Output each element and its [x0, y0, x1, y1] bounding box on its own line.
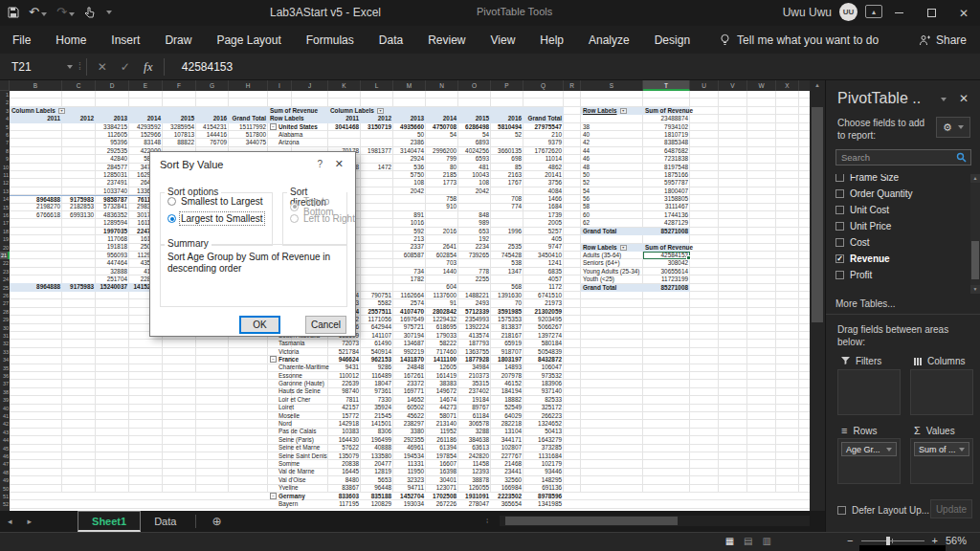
cell[interactable] [361, 171, 393, 179]
cell[interactable] [491, 139, 523, 146]
field-checkbox-row[interactable]: Order Quantity [835, 186, 971, 202]
cell[interactable]: 14893 [491, 364, 523, 371]
row-header-3[interactable]: 3 [0, 107, 10, 115]
vertical-scrollbar-thumb[interactable] [812, 107, 823, 322]
cell[interactable]: 126055 [458, 484, 491, 492]
row-header-2[interactable]: 2 [0, 99, 10, 106]
cell[interactable] [393, 195, 426, 203]
cell[interactable]: 56 [581, 195, 643, 203]
cell[interactable]: 20838 [328, 460, 361, 468]
redo-dropdown-icon[interactable] [69, 12, 75, 16]
row-header-27[interactable]: 27 [0, 299, 10, 307]
cell[interactable]: 32888 [96, 268, 129, 276]
cell[interactable]: 1363755 [458, 348, 491, 356]
cell[interactable]: 80 [426, 164, 458, 171]
cell[interactable]: 540914 [361, 348, 393, 356]
cell[interactable]: 82533 [523, 396, 564, 404]
cell[interactable] [458, 107, 491, 115]
cell[interactable]: 85271008 [643, 228, 690, 235]
cell[interactable]: 717460 [426, 348, 458, 356]
cell[interactable]: Sum of Revenue [643, 244, 690, 252]
cell[interactable]: 8197548 [643, 164, 690, 171]
ribbon-tab[interactable]: Data [367, 26, 415, 54]
cell[interactable]: 946624 [328, 356, 361, 364]
cell[interactable]: Column Labels [328, 107, 361, 115]
ribbon-tab[interactable]: Design [642, 26, 702, 54]
cell[interactable] [361, 283, 393, 291]
cell[interactable]: 1171056 [361, 316, 393, 323]
cell[interactable]: 10043 [458, 171, 491, 179]
cell[interactable] [491, 235, 523, 243]
cell[interactable]: United States [268, 123, 328, 131]
cell[interactable]: 184194 [491, 387, 523, 395]
cell[interactable]: 1241 [523, 259, 564, 267]
cell[interactable]: 9286 [361, 364, 393, 371]
cell[interactable]: 72073 [328, 340, 361, 347]
cell[interactable]: 149672 [426, 387, 458, 395]
cell[interactable]: 2924 [393, 155, 426, 163]
cell[interactable]: 21302059 [523, 308, 564, 316]
cell[interactable]: 14674 [426, 396, 458, 404]
cell[interactable] [491, 276, 523, 283]
cell[interactable]: 23372 [393, 380, 426, 387]
cell[interactable] [426, 187, 458, 195]
rows-drop-area[interactable]: Age Gr... [837, 438, 901, 484]
tell-me-box[interactable]: Tell me what you want to do [720, 33, 879, 47]
field-checkbox[interactable] [835, 271, 844, 279]
cell[interactable]: 5653 [361, 476, 393, 484]
row-header-25[interactable]: 25 [0, 284, 10, 292]
cell[interactable]: 7934102 [643, 123, 690, 131]
cell[interactable]: 1392224 [458, 323, 491, 331]
cell[interactable]: 9431 [328, 364, 361, 371]
cell[interactable]: 120829 [361, 500, 393, 508]
cell[interactable]: 3660135 [491, 147, 523, 155]
cell[interactable]: Victoria [268, 348, 328, 356]
ribbon-tab[interactable]: Page Layout [204, 26, 293, 54]
cell[interactable]: 50 [393, 131, 426, 139]
cell[interactable] [523, 107, 564, 115]
redo-button[interactable]: ↷ [56, 4, 75, 21]
cell[interactable]: 521784 [328, 348, 361, 356]
cell[interactable]: 1324652 [523, 420, 564, 428]
cell[interactable]: 94711 [393, 484, 426, 492]
save-icon[interactable] [8, 7, 19, 18]
cell[interactable]: 70 [491, 299, 523, 307]
cell[interactable]: 46 [581, 155, 643, 163]
cell[interactable]: 194534 [393, 452, 426, 460]
cell[interactable]: 102807 [491, 444, 523, 452]
cell[interactable]: 4024256 [458, 147, 491, 155]
cell[interactable]: 117195 [328, 500, 361, 508]
cell[interactable]: 745428 [491, 252, 523, 259]
cell[interactable]: 5257 [523, 228, 564, 235]
cell[interactable]: 405 [523, 235, 564, 243]
cell[interactable]: 992219 [393, 348, 426, 356]
row-header-45[interactable]: 45 [0, 445, 10, 452]
cell[interactable]: 1397274 [523, 332, 564, 340]
cell[interactable]: 16398 [426, 468, 458, 475]
cell[interactable]: 1810719 [643, 131, 690, 139]
cell[interactable]: 20477 [361, 460, 393, 468]
cell[interactable] [361, 219, 393, 227]
row-header-40[interactable]: 40 [0, 405, 10, 412]
confirm-entry-icon[interactable]: ✓ [114, 60, 137, 74]
column-header-C[interactable]: C [62, 80, 96, 91]
cell[interactable]: 261186 [426, 436, 458, 444]
cell[interactable]: 164430 [328, 436, 361, 444]
cell[interactable]: 592 [393, 228, 426, 235]
column-header-M[interactable]: M [393, 80, 426, 91]
cell[interactable]: Moselle [268, 412, 328, 420]
cell[interactable]: 108 [458, 179, 491, 187]
cell[interactable]: 18882 [491, 396, 523, 404]
cell[interactable] [10, 235, 62, 243]
row-header-51[interactable]: 51 [0, 493, 10, 500]
formula-bar-value[interactable]: 42584153 [182, 60, 233, 74]
cell[interactable]: 83867 [328, 484, 361, 492]
cell[interactable] [10, 276, 62, 283]
cell[interactable]: 1285031 [96, 171, 129, 179]
cell[interactable] [458, 203, 491, 210]
column-header-P[interactable]: P [491, 80, 523, 91]
cell[interactable]: Tasmania [268, 340, 328, 347]
cell[interactable] [393, 259, 426, 267]
values-field-chip[interactable]: Sum of ... [914, 442, 969, 456]
dialog-close-icon[interactable]: ✕ [335, 158, 344, 170]
